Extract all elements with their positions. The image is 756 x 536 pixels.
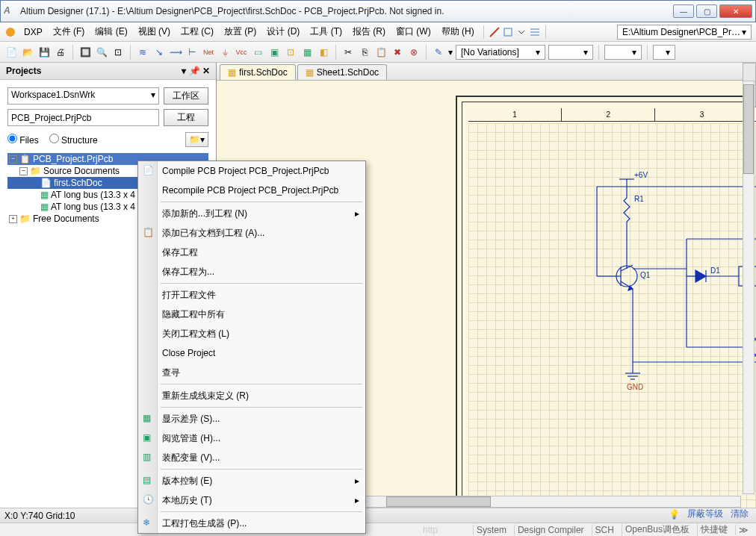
menu-dxp[interactable]: DXP bbox=[19, 25, 47, 40]
package-icon: ❄ bbox=[143, 517, 155, 529]
dropdown-icon[interactable] bbox=[515, 26, 527, 38]
ctx-assembly-var[interactable]: ▥装配变量 (V)... bbox=[138, 448, 365, 467]
menu-project[interactable]: 工程 (C) bbox=[176, 23, 218, 40]
ctx-packager[interactable]: ❄工程打包生成器 (P)... bbox=[138, 514, 365, 533]
menu-view[interactable]: 视图 (V) bbox=[134, 23, 175, 40]
cut-icon[interactable]: ✂ bbox=[341, 46, 355, 59]
union-icon[interactable]: ⊗ bbox=[407, 46, 421, 59]
history-icon: 🕓 bbox=[143, 494, 155, 506]
ctx-close-project[interactable]: Close Project bbox=[138, 343, 365, 363]
variations-select[interactable]: [No Variations] ▾ bbox=[456, 45, 545, 60]
copy-icon[interactable]: ⎘ bbox=[358, 46, 371, 59]
ctx-open-file[interactable]: 打开工程文件 bbox=[138, 285, 365, 305]
menu-edit[interactable]: 编辑 (E) bbox=[90, 23, 131, 40]
ctx-close-docs[interactable]: 关闭工程文档 (L) bbox=[138, 324, 365, 343]
wire-tool-icon[interactable] bbox=[489, 26, 501, 38]
ctx-save[interactable]: 保存工程 bbox=[138, 243, 365, 262]
extra-select-1[interactable]: ▾ bbox=[548, 45, 593, 60]
panel-pin-icon[interactable]: 📌 bbox=[189, 66, 200, 76]
menu-help[interactable]: 帮助 (H) bbox=[437, 23, 479, 40]
vcs-icon: ▤ bbox=[143, 475, 155, 487]
ctx-regenerate[interactable]: 重新生成线束定义 (R) bbox=[138, 386, 365, 405]
workspace-select[interactable]: Workspace1.DsnWrk ▾ bbox=[7, 87, 159, 105]
project-input[interactable] bbox=[7, 109, 159, 126]
ruler-cell: 3 bbox=[655, 108, 749, 121]
bottom-more-icon[interactable]: ≫ bbox=[735, 525, 752, 535]
tab-sheet1-schdoc[interactable]: ▦ Sheet1.SchDoc bbox=[297, 64, 387, 80]
ctx-add-new[interactable]: 添加新的...到工程 (N)▸ bbox=[138, 204, 365, 223]
print-icon[interactable]: 🖨 bbox=[54, 46, 67, 59]
pencil-icon[interactable]: ✎ bbox=[432, 46, 445, 59]
bottom-shortcut[interactable]: 快捷键 bbox=[697, 523, 731, 536]
menu-reports[interactable]: 报告 (R) bbox=[348, 23, 390, 40]
path-selector[interactable]: E:\Altium Designer\PCB_Project ▾ bbox=[617, 25, 752, 40]
radio-files[interactable]: Files bbox=[7, 134, 39, 146]
ctx-compile[interactable]: 📄Compile PCB Project PCB_Project.PrjPcb bbox=[138, 161, 365, 181]
bus-icon[interactable]: ↘ bbox=[152, 46, 166, 59]
zoom-out-icon[interactable]: ⊡ bbox=[111, 46, 125, 59]
status-coords: X:0 Y:740 Grid:10 bbox=[4, 511, 75, 521]
harness2-icon[interactable]: ◧ bbox=[317, 46, 330, 59]
open-icon[interactable]: 📂 bbox=[21, 46, 34, 59]
expand-icon[interactable]: + bbox=[9, 215, 17, 223]
bottom-sch[interactable]: SCH bbox=[592, 525, 617, 535]
menu-tools[interactable]: 工具 (T) bbox=[306, 23, 347, 40]
clear-link[interactable]: 清除 bbox=[728, 507, 752, 521]
paste-icon[interactable]: 📋 bbox=[374, 46, 388, 59]
workspace-button[interactable]: 工作区 bbox=[164, 87, 208, 105]
new-doc-icon[interactable]: 📄 bbox=[4, 46, 18, 59]
zoom-in-icon[interactable]: 🔍 bbox=[95, 46, 108, 59]
minimize-button[interactable]: — bbox=[673, 4, 694, 18]
vertical-scrollbar[interactable] bbox=[743, 81, 755, 494]
netlabel-icon[interactable]: Net bbox=[202, 46, 215, 59]
align-tool-icon[interactable] bbox=[529, 26, 541, 38]
project-button[interactable]: 工程 bbox=[164, 109, 208, 126]
panel-dropdown-icon[interactable]: ▾ bbox=[182, 66, 186, 76]
bottom-design-compiler[interactable]: Design Compiler bbox=[514, 525, 587, 535]
tab-first-schdoc[interactable]: ▦ first.SchDoc bbox=[220, 64, 296, 80]
vcc-icon[interactable]: Vcc bbox=[235, 46, 248, 59]
collapse-icon[interactable]: − bbox=[9, 155, 17, 163]
ctx-view-channel[interactable]: ▣阅览管道 (H)... bbox=[138, 429, 365, 448]
menu-place[interactable]: 放置 (P) bbox=[220, 23, 261, 40]
zoom-fit-icon[interactable]: 🔲 bbox=[78, 46, 92, 59]
radio-structure[interactable]: Structure bbox=[49, 134, 98, 146]
text-icon[interactable]: ▦ bbox=[300, 46, 314, 59]
select-tool-icon[interactable] bbox=[502, 26, 514, 38]
maximize-button[interactable]: ▢ bbox=[696, 4, 717, 18]
bulb-icon[interactable]: 💡 bbox=[666, 508, 683, 520]
channel-icon: ▣ bbox=[143, 432, 155, 444]
cross-icon[interactable]: ✖ bbox=[391, 46, 404, 59]
bottom-openbus[interactable]: OpenBus调色板 bbox=[622, 523, 693, 536]
menu-file[interactable]: 文件 (F) bbox=[49, 23, 90, 40]
chevron-down-icon[interactable]: ▾ bbox=[448, 47, 453, 57]
ctx-recompile[interactable]: Recompile PCB Project PCB_Project.PrjPcb bbox=[138, 181, 365, 200]
part-icon[interactable]: ▭ bbox=[251, 46, 264, 59]
ctx-find[interactable]: 查寻 bbox=[138, 363, 365, 382]
port-icon[interactable]: ⊡ bbox=[284, 46, 297, 59]
extra-select-2[interactable]: ▾ bbox=[604, 45, 642, 60]
save-icon[interactable]: 💾 bbox=[37, 46, 51, 59]
wire-icon[interactable]: ≋ bbox=[136, 46, 149, 59]
ctx-add-existing[interactable]: 📋添加已有文档到工程 (A)... bbox=[138, 223, 365, 243]
ctx-hide-all[interactable]: 隐藏工程中所有 bbox=[138, 305, 365, 324]
gnd-icon[interactable]: ⏚ bbox=[218, 46, 232, 59]
mask-level-link[interactable]: 屏蔽等级 bbox=[684, 507, 726, 521]
ctx-version-control[interactable]: ▤版本控制 (E)▸ bbox=[138, 471, 365, 490]
ctx-show-diff[interactable]: ▦显示差异 (S)... bbox=[138, 409, 365, 429]
project-context-menu: 📄Compile PCB Project PCB_Project.PrjPcb … bbox=[137, 161, 366, 534]
signal-icon[interactable]: ⟿ bbox=[169, 46, 182, 59]
extra-select-3[interactable]: ▾ bbox=[653, 45, 675, 60]
ctx-save-as[interactable]: 保存工程为... bbox=[138, 262, 365, 281]
menu-design[interactable]: 设计 (D) bbox=[262, 23, 304, 40]
ctx-local-history[interactable]: 🕓本地历史 (T)▸ bbox=[138, 490, 365, 510]
panel-close-icon[interactable]: ✕ bbox=[202, 66, 210, 76]
folder-options-icon[interactable]: 📁▾ bbox=[185, 132, 208, 147]
bottom-system[interactable]: System bbox=[473, 525, 509, 535]
harness-icon[interactable]: ⊢ bbox=[185, 46, 199, 59]
chevron-down-icon: ▾ bbox=[742, 27, 746, 37]
collapse-icon[interactable]: − bbox=[19, 167, 28, 175]
sheet-icon[interactable]: ▣ bbox=[267, 46, 281, 59]
menu-window[interactable]: 窗口 (W) bbox=[391, 23, 436, 40]
close-button[interactable]: ✕ bbox=[719, 4, 752, 18]
